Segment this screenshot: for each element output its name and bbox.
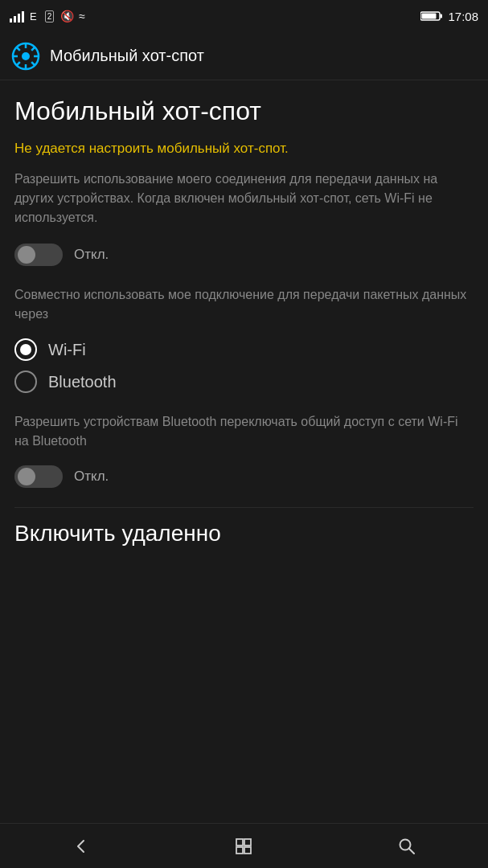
mute-icon: 🔇 [60,10,74,23]
wifi-radio-option[interactable]: Wi-Fi [14,338,474,361]
search-button[interactable] [375,824,439,869]
home-button[interactable] [211,824,276,869]
app-bar: Мобильный хот-спот [0,32,488,80]
hotspot-toggle[interactable] [14,244,63,266]
svg-rect-14 [244,839,251,845]
status-left: E 2 🔇 ≈ [10,10,85,23]
toggle-thumb [18,246,35,264]
svg-line-10 [31,62,35,65]
wifi-radio-label: Wi-Fi [48,341,86,359]
wifi-radio-button[interactable] [14,338,37,361]
hotspot-toggle-row: Откл. [14,244,474,266]
error-message: Не удается настроить мобильный хот-спот. [14,141,474,157]
wifi-radio-inner [20,344,31,355]
svg-line-12 [17,62,20,65]
svg-line-9 [17,47,20,50]
bluetooth-switch-description: Разрешить устройствам Bluetooth переключ… [14,412,474,451]
time-display: 17:08 [448,10,478,23]
toggle-track [14,244,63,266]
bluetooth-radio-label: Bluetooth [48,373,117,391]
svg-rect-13 [236,839,243,845]
svg-rect-2 [422,14,437,19]
svg-point-4 [22,52,30,60]
signal-icon [10,10,24,23]
svg-rect-16 [244,847,251,854]
main-content: Мобильный хот-спот Не удается настроить … [0,80,488,823]
bluetooth-radio-button[interactable] [14,371,37,393]
bluetooth-toggle-label: Откл. [74,469,109,485]
wifi-icon: ≈ [79,10,85,23]
app-bar-title: Мобильный хот-спот [50,47,204,65]
svg-line-18 [408,848,414,854]
connection-type-radio-group: Wi-Fi Bluetooth [14,338,474,393]
bluetooth-toggle-track [14,465,63,488]
status-right: 17:08 [420,10,478,23]
bottom-nav [0,823,488,868]
bluetooth-toggle[interactable] [14,465,63,488]
svg-rect-15 [236,847,243,854]
svg-rect-1 [441,14,443,18]
bluetooth-radio-option[interactable]: Bluetooth [14,371,474,393]
back-button[interactable] [49,824,113,869]
section-divider [14,507,474,508]
network-badge: 2 [45,10,55,23]
bluetooth-toggle-row: Откл. [14,465,474,488]
page-title: Мобильный хот-спот [14,96,474,126]
carrier-label: E [30,10,37,23]
svg-line-11 [31,47,35,50]
bluetooth-toggle-thumb [18,468,35,485]
share-label: Совместно использовать мое подключение д… [14,285,474,324]
hotspot-description: Разрешить использование моего соединения… [14,170,474,227]
status-bar: E 2 🔇 ≈ 17:08 [0,0,488,32]
hotspot-toggle-label: Откл. [74,247,109,263]
remote-section-title: Включить удаленно [14,521,474,547]
settings-gear-icon [11,42,40,71]
battery-icon [420,10,443,22]
